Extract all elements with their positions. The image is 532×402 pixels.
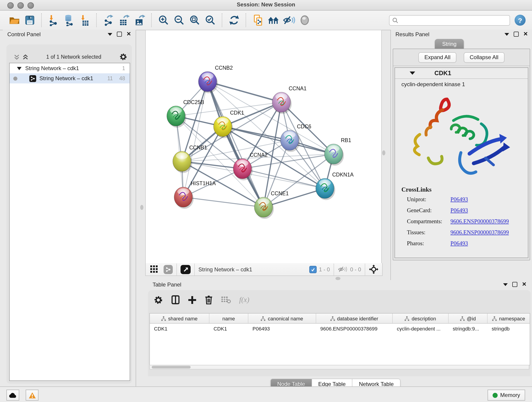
network-canvas[interactable]: CCNB2CCNA1CDC25BCDK1CDC6RB1CCNB1CCNA2CDK… [145, 30, 382, 264]
collection-expand-icon[interactable] [17, 67, 22, 70]
show-all-eye-icon[interactable] [298, 13, 311, 27]
network-node-CCNB1[interactable]: CCNB1 [173, 145, 207, 173]
crosslink-row: Tissues:9606.ENSP00000378699 [401, 229, 523, 236]
collapse-all-button[interactable]: Collapse All [464, 52, 504, 63]
selected-checkbox-icon[interactable] [309, 266, 317, 273]
delete-table-icon[interactable] [221, 296, 231, 304]
search-input[interactable] [400, 17, 507, 23]
network-edge-CCNB2-HIST1H1A[interactable] [183, 82, 208, 197]
collapse-all-icon[interactable] [14, 54, 20, 60]
network-edge-HIST1H1A-CCNE1[interactable] [183, 197, 264, 207]
refresh-icon[interactable] [228, 13, 241, 27]
string-home-icon[interactable] [267, 13, 280, 27]
network-node-HIST1H1A[interactable]: HIST1H1A [174, 180, 216, 209]
float-panel-icon[interactable] [514, 32, 519, 37]
network-edge-CCNB2-CCNE1[interactable] [208, 82, 264, 207]
crosslink-link[interactable]: P06493 [450, 207, 468, 214]
table-cell[interactable]: cyclin-dependent ... [393, 326, 449, 331]
warnings-button[interactable] [26, 390, 38, 401]
splitter-handle[interactable] [140, 205, 143, 210]
duplicate-network-icon[interactable] [252, 13, 264, 27]
network-row[interactable]: String Network – cdk1 11 48 [10, 73, 130, 83]
table-cell[interactable]: CDK1 [209, 326, 248, 331]
add-column-icon[interactable] [188, 295, 196, 304]
expand-all-icon[interactable] [22, 54, 28, 60]
cloud-status-button[interactable] [6, 390, 19, 401]
table-cell[interactable]: stringdb [488, 326, 530, 331]
column-header-description[interactable]: description [393, 313, 449, 323]
import-network-from-database-icon[interactable] [63, 13, 76, 27]
close-panel-icon[interactable]: ✕ [127, 32, 131, 36]
show-columns-icon[interactable] [171, 295, 180, 304]
column-header-canonical-name[interactable]: canonical name [248, 313, 316, 323]
table-options-gear-icon[interactable] [153, 295, 163, 305]
float-panel-icon[interactable] [512, 282, 517, 287]
table-cell[interactable]: stringdb:9... [449, 326, 488, 331]
network-options-gear-icon[interactable] [119, 53, 127, 61]
protein-section-header[interactable]: CDK1 [395, 68, 528, 79]
crosslink-row: Uniprot:P06493 [401, 196, 523, 203]
crosslink-link[interactable]: P06493 [450, 196, 468, 203]
column-header-shared-name[interactable]: shared name [150, 313, 209, 323]
node-label-CCNE1: CCNE1 [271, 191, 289, 196]
crosslink-link[interactable]: P06493 [450, 240, 468, 247]
zoom-in-icon[interactable] [157, 13, 170, 27]
help-icon[interactable]: ? [515, 15, 526, 26]
open-session-icon[interactable] [8, 13, 21, 27]
results-panel-title: Results Panel [395, 31, 429, 38]
splitter-handle[interactable] [336, 277, 341, 280]
export-table-icon[interactable] [118, 13, 131, 27]
export-image-icon[interactable] [133, 13, 146, 27]
crosslink-row: GeneCard:P06493 [401, 207, 523, 214]
expand-all-button[interactable]: Expand All [418, 52, 456, 63]
pan-crosshair-icon[interactable] [369, 264, 379, 274]
scrollbar-thumb[interactable] [152, 366, 191, 369]
network-collection-row[interactable]: String Network – cdk1 1 [10, 63, 130, 73]
birdseye-grid-icon[interactable] [150, 265, 158, 273]
column-header-name[interactable]: name [209, 313, 248, 323]
table-cell[interactable]: CDK1 [150, 326, 209, 331]
export-network-icon[interactable] [102, 13, 115, 27]
column-header-namespace[interactable]: namespace [488, 313, 530, 323]
network-edge-count: 48 [119, 76, 125, 81]
close-panel-icon[interactable]: ✕ [523, 32, 528, 36]
import-table-from-file-icon[interactable] [78, 13, 91, 27]
column-header--id[interactable]: @id [449, 313, 488, 323]
table-horizontal-scrollbar[interactable] [149, 365, 529, 370]
crosslink-link[interactable]: 9606.ENSP00000378699 [450, 229, 509, 236]
toolbar-separator [222, 13, 223, 27]
hide-selected-eye-icon[interactable] [283, 13, 296, 27]
search-field[interactable] [389, 15, 510, 26]
open-in-new-window-icon[interactable] [181, 265, 191, 274]
network-node-CDKN1A[interactable]: CDKN1A [316, 172, 354, 200]
close-panel-icon[interactable]: ✕ [522, 282, 526, 287]
string-network-badge-icon[interactable] [164, 265, 173, 274]
network-node-CCNE1[interactable]: CCNE1 [254, 191, 289, 219]
table-cell[interactable]: P06493 [248, 326, 316, 331]
crosslink-label: Compartments: [407, 218, 450, 225]
save-session-icon[interactable] [23, 13, 36, 27]
splitter-handle[interactable] [382, 150, 385, 155]
table-cell[interactable]: 9606.ENSP00000378699 [316, 326, 393, 331]
column-header-database-identifier[interactable]: database identifier [316, 313, 393, 323]
collapse-section-icon[interactable] [410, 71, 415, 75]
import-network-from-file-icon[interactable] [47, 13, 60, 27]
crosslink-link[interactable]: 9606.ENSP00000378699 [450, 218, 509, 225]
panel-menu-icon[interactable] [505, 33, 509, 36]
hidden-eye-icon[interactable] [338, 265, 348, 273]
network-status-dot-icon [13, 76, 17, 80]
tab-string[interactable]: String [435, 39, 464, 49]
panel-menu-icon[interactable] [503, 283, 508, 286]
panel-menu-icon[interactable] [108, 33, 112, 36]
memory-button[interactable]: Memory [487, 390, 525, 401]
network-node-RB1[interactable]: RB1 [324, 137, 351, 166]
float-panel-icon[interactable] [117, 32, 122, 37]
network-node-CCNA1[interactable]: CCNA1 [272, 85, 307, 114]
zoom-fit-content-icon[interactable] [188, 13, 201, 27]
zoom-out-icon[interactable] [173, 13, 186, 27]
function-builder-icon[interactable]: f(x) [239, 296, 249, 304]
delete-column-icon[interactable] [205, 295, 213, 304]
table-row[interactable]: CDK1CDK1P064939606.ENSP00000378699cyclin… [150, 324, 530, 333]
zoom-selected-icon[interactable] [204, 13, 217, 27]
network-node-CCNB2[interactable]: CCNB2 [198, 65, 233, 93]
